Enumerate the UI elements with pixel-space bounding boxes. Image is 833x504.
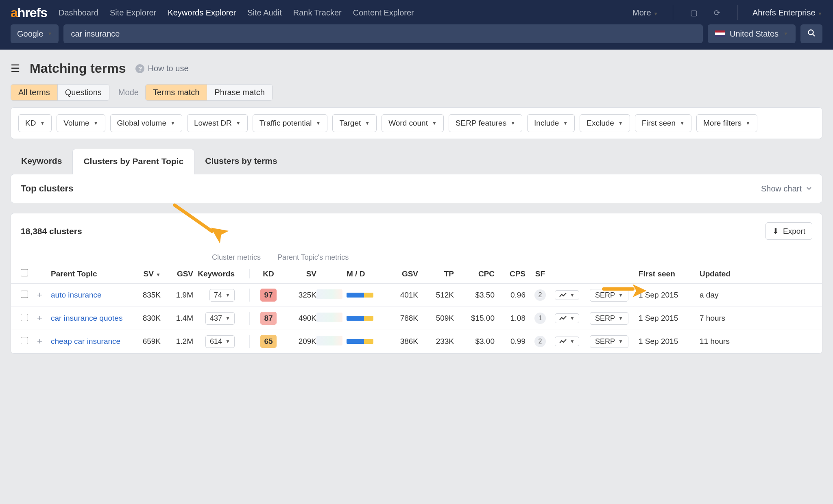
view-tab[interactable]: Keywords	[11, 149, 72, 174]
svg-point-0	[809, 30, 813, 35]
cell-cpc: $3.50	[454, 291, 495, 300]
serp-button[interactable]: SERP ▼	[590, 335, 628, 348]
col-md[interactable]: M / D	[347, 269, 382, 278]
expand-row-button[interactable]: +	[37, 336, 51, 347]
segment-option[interactable]: All terms	[11, 85, 57, 100]
expand-row-button[interactable]: +	[37, 313, 51, 324]
kd-badge: 87	[260, 312, 277, 325]
filter-button[interactable]: Exclude ▼	[580, 114, 630, 132]
col-cps[interactable]: CPS	[495, 269, 526, 278]
how-to-use[interactable]: ?How to use	[135, 64, 188, 73]
filter-button[interactable]: Traffic potential ▼	[253, 114, 328, 132]
col-keywords[interactable]: Keywords	[193, 269, 242, 278]
kd-badge: 65	[260, 335, 277, 348]
cell-gsv2: 386K	[382, 337, 418, 346]
segment-option[interactable]: Terms match	[146, 85, 207, 100]
clusters-count: 18,384 clusters	[21, 226, 82, 236]
table-row: + car insurance quotes 830K 1.4M 437 ▼ 8…	[11, 307, 822, 330]
keywords-count-button[interactable]: 74 ▼	[209, 289, 235, 302]
filter-button[interactable]: KD ▼	[18, 114, 52, 132]
chevron-down-icon: ▼	[365, 120, 370, 126]
sf-chip[interactable]: 1	[534, 313, 546, 324]
nav-link[interactable]: Content Explorer	[353, 8, 414, 17]
chevron-down-icon: ▼	[653, 11, 658, 17]
filters-card: KD ▼Volume ▼Global volume ▼Lowest DR ▼Tr…	[11, 107, 822, 139]
col-gsv2[interactable]: GSV	[382, 269, 418, 278]
trend-dropdown[interactable]: ▼	[555, 337, 579, 346]
col-kd[interactable]: KD	[257, 269, 280, 278]
cell-sv: 659K	[124, 337, 161, 346]
show-chart-toggle[interactable]: Show chart	[761, 184, 812, 193]
col-updated[interactable]: Updated	[700, 269, 748, 278]
top-nav: ahrefs DashboardSite ExplorerKeywords Ex…	[0, 0, 833, 25]
cell-tp: 509K	[418, 314, 454, 323]
view-tab[interactable]: Clusters by terms	[194, 149, 288, 174]
top-nav-links: DashboardSite ExplorerKeywords ExplorerS…	[59, 8, 414, 17]
col-cpc[interactable]: CPC	[454, 269, 495, 278]
refresh-icon[interactable]: ⟳	[714, 8, 720, 17]
hamburger-icon[interactable]: ☰	[11, 62, 20, 75]
sf-chip[interactable]: 2	[534, 336, 546, 347]
sf-chip[interactable]: 2	[534, 289, 546, 301]
chevron-down-icon	[806, 184, 812, 193]
keyword-input[interactable]	[63, 24, 703, 43]
filter-button[interactable]: Word count ▼	[382, 114, 444, 132]
column-separator	[269, 253, 269, 262]
account-menu[interactable]: Ahrefs Enterprise ▼	[752, 8, 822, 17]
row-checkbox[interactable]	[21, 337, 37, 346]
cell-tp: 512K	[418, 291, 454, 300]
trend-dropdown[interactable]: ▼	[555, 290, 579, 300]
col-tp[interactable]: TP	[418, 269, 454, 278]
export-button[interactable]: ⬇Export	[765, 222, 812, 240]
cell-sv2: 209K	[280, 337, 316, 346]
nav-link[interactable]: Dashboard	[59, 8, 98, 17]
col-sv[interactable]: SV ▼	[124, 269, 161, 278]
filter-button[interactable]: Include ▼	[527, 114, 575, 132]
nav-link[interactable]: Site Audit	[247, 8, 282, 17]
serp-button[interactable]: SERP ▼	[590, 289, 628, 302]
search-engine-select[interactable]: Google ▼	[11, 24, 59, 43]
segment-option[interactable]: Questions	[57, 85, 109, 100]
mode-label: Mode	[118, 88, 139, 97]
table-row: + cheap car insurance 659K 1.2M 614 ▼ 65…	[11, 330, 822, 353]
filter-button[interactable]: Global volume ▼	[110, 114, 182, 132]
select-all-checkbox[interactable]	[21, 269, 37, 278]
filter-button[interactable]: First seen ▼	[635, 114, 691, 132]
filter-button[interactable]: More filters ▼	[696, 114, 757, 132]
keywords-count-button[interactable]: 437 ▼	[205, 312, 235, 325]
col-sf[interactable]: SF	[526, 269, 555, 278]
col-first[interactable]: First seen	[639, 269, 700, 278]
filter-button[interactable]: Target ▼	[332, 114, 377, 132]
parent-topic-link[interactable]: car insurance quotes	[51, 314, 122, 322]
expand-row-button[interactable]: +	[37, 290, 51, 300]
parent-topic-link[interactable]: cheap car insurance	[51, 337, 120, 345]
region-label: United States	[730, 29, 778, 39]
nav-link[interactable]: Site Explorer	[110, 8, 157, 17]
region-select[interactable]: United States ▼	[708, 24, 796, 43]
col-parent-topic[interactable]: Parent Topic	[51, 269, 124, 278]
nav-link[interactable]: Keywords Explorer	[168, 8, 236, 17]
segment-option[interactable]: Phrase match	[207, 85, 272, 100]
brand-logo: ahrefs	[11, 5, 47, 20]
nav-link[interactable]: Rank Tracker	[293, 8, 342, 17]
monitor-icon[interactable]: ▢	[690, 8, 698, 17]
column-separator	[249, 335, 250, 348]
trend-dropdown[interactable]: ▼	[555, 313, 579, 323]
keywords-count-button[interactable]: 614 ▼	[205, 335, 235, 348]
chevron-down-icon: ▼	[618, 339, 623, 344]
row-checkbox[interactable]	[21, 314, 37, 323]
download-icon: ⬇	[772, 226, 779, 236]
serp-button[interactable]: SERP ▼	[590, 312, 628, 325]
row-checkbox[interactable]	[21, 291, 37, 300]
filter-button[interactable]: Lowest DR ▼	[187, 114, 248, 132]
col-sv2[interactable]: SV	[280, 269, 316, 278]
view-tab[interactable]: Clusters by Parent Topic	[72, 149, 194, 174]
nav-more[interactable]: More ▼	[632, 8, 658, 17]
column-separator	[249, 312, 250, 325]
filter-button[interactable]: Volume ▼	[57, 114, 105, 132]
search-button[interactable]	[800, 24, 822, 43]
filter-button[interactable]: SERP features ▼	[449, 114, 522, 132]
col-gsv[interactable]: GSV	[161, 269, 193, 278]
nav-more-label: More	[632, 8, 651, 17]
parent-topic-link[interactable]: auto insurance	[51, 291, 102, 299]
